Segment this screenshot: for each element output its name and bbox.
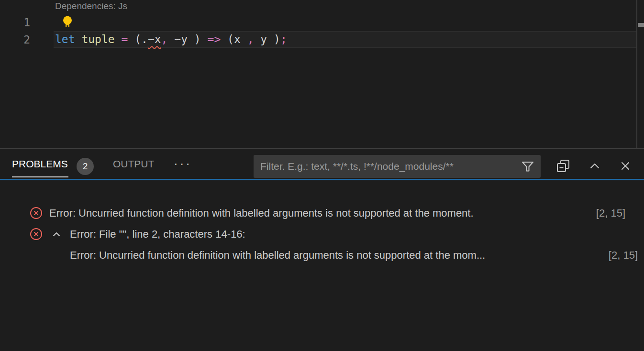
code-token: =>	[208, 33, 221, 45]
error-icon	[30, 228, 43, 241]
tab-output[interactable]: OUTPUT	[113, 149, 154, 179]
code-token: let	[55, 33, 75, 45]
code-token: y )	[254, 33, 280, 45]
problem-row-2[interactable]: Error: File "", line 2, characters 14-16…	[0, 224, 644, 245]
code-token: ~y )	[167, 33, 200, 45]
code-token: (x	[221, 33, 247, 45]
code-token: (.	[134, 33, 148, 45]
dependencies-label: Dependencies: Js	[55, 1, 127, 11]
lightbulb-icon[interactable]	[62, 15, 73, 28]
code-token: ,	[247, 33, 254, 45]
overview-cursor-marker	[638, 23, 644, 27]
problem-message: Error: File "", line 2, characters 14-16…	[70, 224, 625, 245]
problem-row-3[interactable]: Error: Uncurried function definition wit…	[0, 245, 644, 266]
filter-funnel-icon[interactable]	[521, 159, 535, 174]
problem-row-1[interactable]: Error: Uncurried function definition wit…	[0, 203, 644, 224]
more-tabs-icon[interactable]: ···	[174, 149, 192, 179]
problem-location: [2, 15]	[596, 203, 625, 224]
code-token: ;	[280, 33, 287, 45]
app-window: Dependencies: Js 1 2 let tuple = (.~x, ~…	[0, 0, 644, 351]
problem-location: [2, 15]	[609, 245, 638, 266]
problem-message: Error: Uncurried function definition wit…	[49, 203, 572, 224]
problems-filter	[254, 155, 541, 178]
code-token: tuple	[75, 33, 115, 45]
code-editor[interactable]: Dependencies: Js 1 2 let tuple = (.~x, ~…	[0, 0, 644, 148]
filter-input[interactable]	[254, 155, 521, 178]
panel-focus-border	[0, 179, 644, 180]
problems-file-row[interactable]: RE demo.re src 2	[0, 182, 644, 203]
error-icon	[30, 207, 43, 219]
line-number-1: 1	[0, 14, 30, 32]
close-panel-icon[interactable]	[618, 159, 633, 173]
active-tab-underline	[12, 176, 68, 177]
overview-ruler-divider	[636, 0, 637, 149]
open-in-editor-icon[interactable]	[556, 159, 570, 173]
code-line-2[interactable]: let tuple = (.~x, ~y ) => (x , y );	[55, 31, 287, 48]
code-token	[201, 33, 208, 45]
code-token-error: ~x	[148, 33, 161, 45]
problem-message-continued: Error: Uncurried function definition wit…	[70, 245, 582, 266]
line-number-2: 2	[0, 31, 30, 49]
chevron-up-icon[interactable]	[51, 229, 62, 240]
code-token: ,	[161, 33, 168, 45]
tab-problems[interactable]: PROBLEMS	[12, 149, 68, 179]
panel-top-border	[0, 148, 644, 149]
code-token: =	[115, 33, 135, 45]
maximize-panel-icon[interactable]	[588, 159, 602, 173]
problems-count-badge: 2	[77, 158, 94, 175]
